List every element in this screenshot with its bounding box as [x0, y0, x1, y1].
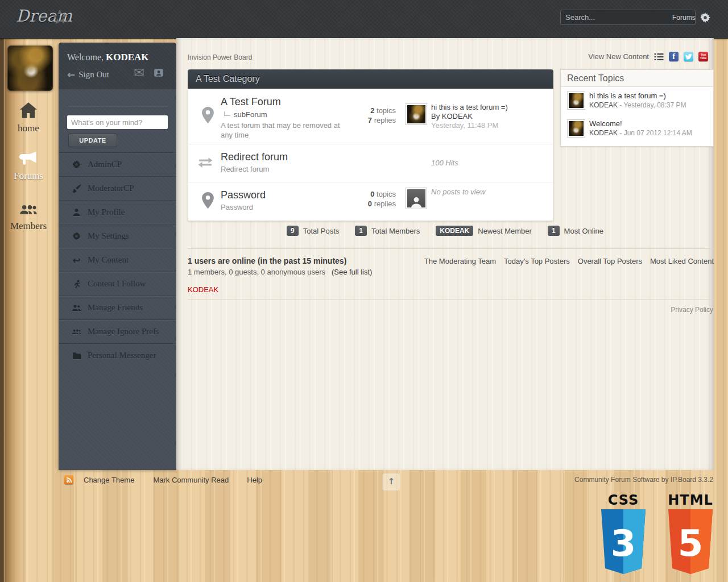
menu-item-label: AdminCP [88, 160, 122, 169]
stat-newest-member: KODEAKNewest Member [436, 226, 532, 236]
change-theme-link[interactable]: Change Theme [84, 476, 134, 484]
twitter-icon[interactable] [684, 52, 693, 61]
status-update-input[interactable] [67, 115, 168, 129]
topic-author-avatar[interactable] [567, 92, 585, 110]
menu-item-my-profile[interactable]: My Profile [59, 200, 176, 224]
runner-icon [72, 280, 81, 289]
forum-row-password[interactable]: Password Password 0 topics 0 replies No … [188, 182, 553, 221]
forum-name-link[interactable]: Redirect forum [221, 151, 288, 163]
person-silhouette-icon [410, 196, 423, 209]
last-poster-avatar[interactable] [406, 103, 427, 125]
rss-icon[interactable] [64, 475, 73, 484]
category-body: A Test Forum subForum A test forum that … [188, 89, 553, 221]
link-todays-top-posters[interactable]: Today's Top Posters [504, 257, 570, 265]
stat-label: Most Online [564, 227, 603, 235]
topic-byline: KODEAK - Jun 07 2012 12:14 AM [589, 129, 692, 137]
forum-name-link[interactable]: A Test Forum [221, 96, 281, 108]
hits-count: 100 Hits [431, 159, 458, 167]
stat-most-online: 1Most Online [548, 226, 603, 236]
update-button[interactable]: UPDATE [68, 134, 117, 147]
sidebar-item-members[interactable]: Members [0, 203, 57, 232]
settings-gear-icon[interactable] [700, 13, 710, 23]
link-overall-top-posters[interactable]: Overall Top Posters [578, 257, 642, 265]
menu-item-my-content[interactable]: ↩ My Content [59, 248, 176, 272]
sidebar-item-home[interactable]: home [0, 102, 57, 134]
forum-name-link[interactable]: Password [221, 189, 266, 201]
view-new-content-row: View New Content f YouTube [588, 52, 708, 61]
topic-title-link[interactable]: hi this is a test forum =) [589, 92, 666, 100]
privacy-policy-link[interactable]: Privacy Policy [671, 306, 713, 314]
menu-item-manage-friends[interactable]: Manage Friends [59, 296, 176, 319]
sidebar-item-label: Forums [0, 171, 57, 182]
pin-marker-icon [202, 192, 214, 209]
user-avatar[interactable] [7, 45, 53, 91]
topics-count: 2 [370, 106, 374, 115]
stat-label: Total Members [371, 227, 420, 235]
user-panel: Welcome, KODEAK ← Sign Out ✉ UPDATE Admi… [59, 43, 176, 470]
sign-out-link[interactable]: ← Sign Out [67, 69, 109, 80]
messages-envelope-icon[interactable]: ✉ [134, 65, 144, 80]
category-header[interactable]: A Test Category [188, 69, 553, 89]
menu-item-my-settings[interactable]: My Settings [59, 224, 176, 248]
content-list-icon[interactable] [654, 53, 664, 61]
html5-badge-word: HTML [665, 492, 715, 508]
search-input[interactable] [561, 13, 670, 22]
stat-badge: 1 [548, 226, 560, 236]
welcome-text: Welcome, KODEAK [67, 52, 149, 63]
profile-card-icon[interactable] [154, 68, 164, 78]
facebook-icon[interactable]: f [669, 52, 679, 61]
menu-item-label: Personal Messenger [88, 351, 156, 360]
sidebar-item-forums[interactable]: Forums [0, 151, 57, 182]
folder-icon [72, 352, 81, 360]
menu-item-label: ModeratorCP [88, 184, 134, 193]
forum-row-redirect-forum[interactable]: Redirect forum Redirect forum 100 Hits [188, 144, 553, 182]
forum-row-a-test-forum[interactable]: A Test Forum subForum A test forum that … [188, 89, 553, 144]
menu-item-label: Content I Follow [88, 279, 146, 289]
menu-item-manage-ignore-prefs[interactable]: Manage Ignore Prefs [59, 319, 176, 343]
view-new-content-link[interactable]: View New Content [588, 52, 649, 61]
link-most-liked-content[interactable]: Most Liked Content [650, 257, 714, 265]
forum-category-box: A Test Category A Test Forum subForum A … [188, 69, 553, 221]
gear-icon [72, 232, 81, 240]
reply-arrow-icon: ↩ [72, 255, 81, 266]
search-scope-dropdown[interactable]: Forums [670, 14, 700, 22]
menu-item-admincp[interactable]: AdminCP [59, 152, 176, 176]
mark-community-read-link[interactable]: Mark Community Read [153, 476, 229, 484]
html5-badge: HTML 5 [665, 492, 715, 581]
topics-count: 0 [370, 190, 374, 198]
online-user-link[interactable]: KODEAK [188, 285, 218, 294]
recent-topic-item[interactable]: Welcome! KODEAK - Jun 07 2012 12:14 AM [561, 118, 713, 143]
stat-label: Total Posts [303, 227, 340, 235]
subforum-link[interactable]: subForum [234, 110, 267, 119]
logo-star-icon [52, 10, 67, 24]
forum-description: Redirect forum [221, 165, 269, 173]
topic-author[interactable]: KODEAK [589, 129, 618, 137]
menu-item-moderatorcp[interactable]: ModeratorCP [59, 176, 176, 200]
divider [188, 248, 714, 249]
topic-author-avatar[interactable] [567, 119, 585, 138]
megaphone-icon [19, 151, 38, 166]
youtube-icon[interactable]: YouTube [698, 52, 708, 61]
search-bar: Forums [560, 10, 696, 25]
footer-links-row: Change Theme Mark Community Read Help [64, 475, 262, 484]
breadcrumb[interactable]: Invision Power Board [188, 53, 252, 61]
see-full-list-link[interactable]: (See full list) [332, 268, 373, 276]
last-post-author[interactable]: By KODEAK [431, 112, 508, 121]
topic-title-link[interactable]: Welcome! [589, 119, 622, 128]
group-icon [72, 329, 81, 335]
welcome-prefix: Welcome, [67, 52, 104, 62]
topic-author[interactable]: KODEAK [589, 101, 618, 109]
recent-topic-item[interactable]: hi this is a test forum =) KODEAK - Yest… [561, 90, 713, 115]
last-post-title[interactable]: hi this is a test forum =) [431, 103, 508, 112]
stat-badge[interactable]: KODEAK [436, 226, 473, 236]
sidebar-item-label: home [0, 123, 57, 134]
back-to-top-button[interactable]: ↑ [382, 473, 400, 491]
menu-item-content-i-follow[interactable]: Content I Follow [59, 272, 176, 296]
stat-label: Newest Member [478, 227, 532, 235]
help-link[interactable]: Help [247, 476, 262, 484]
main-content-area: Invision Power Board View New Content f … [176, 38, 714, 470]
link-moderating-team[interactable]: The Moderating Team [424, 257, 496, 265]
menu-item-personal-messenger[interactable]: Personal Messenger [59, 343, 176, 367]
house-icon [20, 102, 37, 118]
topic-date: Jun 07 2012 12:14 AM [624, 129, 692, 137]
